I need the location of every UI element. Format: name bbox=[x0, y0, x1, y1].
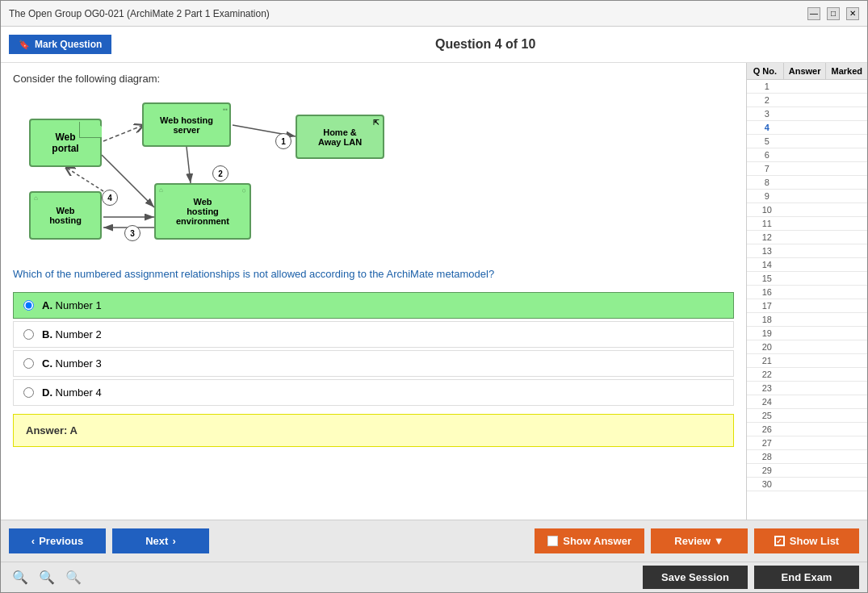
zoom-controls: 🔍 🔍 🔍 bbox=[9, 568, 85, 587]
sidebar-row[interactable]: 11 bbox=[747, 217, 867, 231]
option-a-label: A. Number 1 bbox=[42, 299, 102, 311]
sidebar-row[interactable]: 12 bbox=[747, 231, 867, 244]
option-d[interactable]: D. Number 4 bbox=[13, 379, 734, 406]
option-d-label: D. Number 4 bbox=[42, 386, 102, 399]
radio-a[interactable] bbox=[23, 300, 34, 311]
main-content: Consider the following diagram: bbox=[1, 63, 867, 520]
bottom-toolbar: ‹ Previous Next › Show Answer Review ▼ ✓… bbox=[1, 520, 867, 562]
end-exam-button[interactable]: End Exam bbox=[754, 566, 859, 589]
sidebar-row[interactable]: 21 bbox=[747, 354, 867, 368]
svg-line-7 bbox=[65, 167, 103, 191]
question-title: Question 4 of 10 bbox=[111, 37, 859, 52]
sidebar-row[interactable]: 16 bbox=[747, 286, 867, 299]
sidebar-row[interactable]: 6 bbox=[747, 148, 867, 162]
node-web-portal: Webportal bbox=[29, 119, 102, 167]
sidebar-row[interactable]: 27 bbox=[747, 436, 867, 450]
close-button[interactable]: ✕ bbox=[846, 7, 859, 20]
circle-label-1: 1 bbox=[275, 133, 291, 149]
review-arrow-icon: ▼ bbox=[714, 535, 724, 547]
sidebar-row[interactable]: 25 bbox=[747, 409, 867, 423]
sidebar-rows: 1234567891011121314151617181920212223242… bbox=[747, 80, 867, 491]
node-label: Webhostingenvironment bbox=[176, 197, 229, 226]
option-a[interactable]: A. Number 1 bbox=[13, 292, 734, 319]
sidebar-row[interactable]: 30 bbox=[747, 478, 867, 491]
sidebar-row[interactable]: 4 bbox=[747, 121, 867, 135]
show-answer-button[interactable]: Show Answer bbox=[535, 528, 644, 553]
zoom-in-button[interactable]: 🔍 bbox=[9, 568, 31, 587]
sidebar-row[interactable]: 24 bbox=[747, 395, 867, 409]
svg-line-2 bbox=[103, 125, 144, 141]
sidebar-row[interactable]: 18 bbox=[747, 313, 867, 327]
previous-button[interactable]: ‹ Previous bbox=[9, 528, 106, 553]
circle-label-3: 3 bbox=[124, 225, 140, 241]
toolbar: 🔖 Mark Question Question 4 of 10 bbox=[1, 27, 867, 63]
app-window: The Open Group OG0-021 (ArchiMate 2 Part… bbox=[0, 0, 868, 593]
option-b[interactable]: B. Number 2 bbox=[13, 321, 734, 348]
sidebar-row[interactable]: 1 bbox=[747, 80, 867, 94]
intro-text: Consider the following diagram: bbox=[13, 73, 734, 85]
sidebar-row[interactable]: 17 bbox=[747, 299, 867, 313]
title-bar: The Open Group OG0-021 (ArchiMate 2 Part… bbox=[1, 1, 867, 27]
review-button[interactable]: Review ▼ bbox=[651, 528, 748, 553]
sidebar-row[interactable]: 5 bbox=[747, 135, 867, 148]
node-label: Webhosting bbox=[49, 206, 82, 225]
circle-label-4: 4 bbox=[102, 190, 118, 206]
sidebar-row[interactable]: 15 bbox=[747, 272, 867, 286]
node-web-hosting: Webhosting ⌂ bbox=[29, 191, 102, 240]
sidebar-row[interactable]: 10 bbox=[747, 203, 867, 217]
sidebar-row[interactable]: 8 bbox=[747, 176, 867, 190]
sidebar-row[interactable]: 20 bbox=[747, 340, 867, 354]
option-b-label: B. Number 2 bbox=[42, 328, 102, 340]
node-label: Home &Away LAN bbox=[318, 127, 362, 147]
sidebar-row[interactable]: 19 bbox=[747, 327, 867, 340]
zoom-normal-button[interactable]: 🔍 bbox=[36, 568, 58, 587]
sidebar-row[interactable]: 28 bbox=[747, 450, 867, 464]
answer-options: A. Number 1 B. Number 2 C. Number 3 D. N… bbox=[13, 292, 734, 406]
minimize-button[interactable]: — bbox=[807, 7, 820, 20]
col-marked: Marked bbox=[826, 63, 867, 79]
sidebar-header: Q No. Answer Marked bbox=[747, 63, 867, 80]
node-label: Webportal bbox=[52, 132, 78, 154]
window-controls: — □ ✕ bbox=[807, 7, 859, 20]
maximize-button[interactable]: □ bbox=[827, 7, 840, 20]
sidebar-row[interactable]: 2 bbox=[747, 94, 867, 107]
sidebar-row[interactable]: 29 bbox=[747, 464, 867, 478]
col-answer: Answer bbox=[784, 63, 827, 79]
window-title: The Open Group OG0-021 (ArchiMate 2 Part… bbox=[9, 8, 270, 19]
option-c[interactable]: C. Number 3 bbox=[13, 350, 734, 377]
diagram-container: Webportal Web hostingserver ▪▪ Home &Awa… bbox=[13, 94, 433, 256]
show-list-check-icon: ✓ bbox=[774, 536, 785, 546]
sidebar-row[interactable]: 14 bbox=[747, 258, 867, 272]
save-session-button[interactable]: Save Session bbox=[643, 566, 748, 589]
question-area: Consider the following diagram: bbox=[1, 63, 746, 520]
radio-b[interactable] bbox=[23, 329, 34, 340]
zoom-out-button[interactable]: 🔍 bbox=[62, 568, 85, 587]
next-button[interactable]: Next › bbox=[112, 528, 209, 553]
sidebar-row[interactable]: 13 bbox=[747, 244, 867, 258]
bottom-bar2: 🔍 🔍 🔍 Save Session End Exam bbox=[1, 562, 867, 592]
answer-box: Answer: A bbox=[13, 414, 734, 447]
sidebar-row[interactable]: 7 bbox=[747, 162, 867, 176]
sidebar-row[interactable]: 9 bbox=[747, 190, 867, 203]
radio-d[interactable] bbox=[23, 387, 34, 398]
show-list-button[interactable]: ✓ Show List bbox=[754, 528, 859, 553]
sidebar-row[interactable]: 22 bbox=[747, 368, 867, 382]
node-web-hosting-env: Webhostingenvironment ○ ⌂ bbox=[154, 183, 251, 240]
sidebar-row[interactable]: 26 bbox=[747, 423, 867, 436]
answer-text: Answer: A bbox=[26, 424, 78, 436]
circle-label-2: 2 bbox=[212, 165, 229, 182]
bookmark-icon: 🔖 bbox=[19, 40, 30, 50]
option-c-label: C. Number 3 bbox=[42, 357, 102, 370]
svg-line-3 bbox=[187, 147, 191, 183]
col-qno: Q No. bbox=[747, 63, 784, 79]
sidebar: Q No. Answer Marked 12345678910111213141… bbox=[746, 63, 867, 520]
node-label: Web hostingserver bbox=[160, 115, 213, 135]
show-answer-icon bbox=[547, 536, 558, 546]
sidebar-row[interactable]: 3 bbox=[747, 107, 867, 121]
session-controls: Save Session End Exam bbox=[643, 566, 859, 589]
question-text: Which of the numbered assignment relatio… bbox=[13, 268, 734, 280]
radio-c[interactable] bbox=[23, 358, 34, 369]
sidebar-row[interactable]: 23 bbox=[747, 382, 867, 395]
node-home-away: Home &Away LAN ⇱ bbox=[296, 115, 384, 159]
mark-question-button[interactable]: 🔖 Mark Question bbox=[9, 35, 111, 54]
